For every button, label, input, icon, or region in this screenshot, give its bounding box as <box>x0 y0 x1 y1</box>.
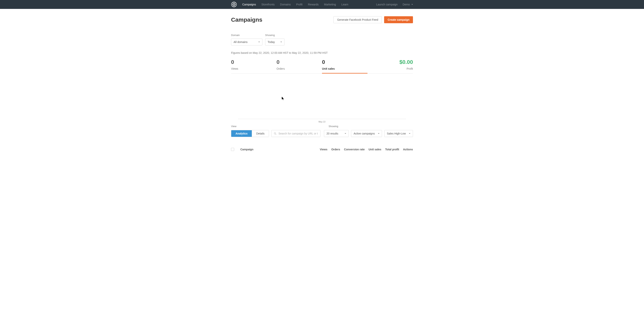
sort-select[interactable]: Sales High-Low <box>384 130 413 137</box>
th-campaign: Campaign <box>240 148 320 151</box>
showing-label: Showing <box>328 125 338 128</box>
campaign-search-input[interactable] <box>278 132 318 135</box>
stat-profit-value: $0.00 <box>368 59 413 65</box>
stat-tab-unit-sales[interactable]: 0 Unit sales <box>322 59 368 74</box>
domain-filter-label: Domain <box>231 34 262 36</box>
results-per-page-value: 20 results <box>326 132 338 135</box>
campaign-status-value: Active campaigns <box>354 132 375 135</box>
campaigns-table-header: Campaign Views Orders Conversion rate Un… <box>231 148 413 153</box>
search-icon <box>274 132 276 135</box>
stat-profit-label: Profit <box>368 67 413 70</box>
svg-line-5 <box>276 134 276 135</box>
nav-domains[interactable]: Domains <box>280 3 291 6</box>
stat-tab-orders[interactable]: 0 Orders <box>276 59 322 73</box>
chevron-down-icon <box>258 42 260 42</box>
results-per-page-select[interactable]: 20 results <box>324 130 349 137</box>
nav-marketing[interactable]: Marketing <box>324 3 336 6</box>
generate-facebook-feed-button[interactable]: Generate Facebook Product Feed <box>334 16 382 23</box>
chevron-down-icon <box>345 133 346 134</box>
stat-tab-views[interactable]: 0 Views <box>231 59 276 73</box>
chevron-down-icon <box>409 133 410 134</box>
stat-orders-value: 0 <box>276 59 322 65</box>
showing-filter-label: Showing <box>265 34 284 36</box>
view-label: View <box>231 125 236 128</box>
nav-learn[interactable]: Learn <box>341 3 348 6</box>
stat-views-label: Views <box>231 67 276 70</box>
chevron-down-icon <box>280 42 282 42</box>
brand-logo[interactable] <box>231 2 237 7</box>
campaign-status-select[interactable]: Active campaigns <box>351 130 382 137</box>
page-title: Campaigns <box>231 16 262 23</box>
stat-unit-sales-value: 0 <box>322 59 368 65</box>
stat-orders-label: Orders <box>276 67 322 70</box>
chart-baseline <box>238 119 406 119</box>
th-views: Views <box>320 148 328 151</box>
domain-select[interactable]: All domains <box>231 38 262 46</box>
top-navbar: Campaigns Storefronts Domains Profit Rew… <box>0 0 644 9</box>
create-campaign-button[interactable]: Create campaign <box>384 16 413 23</box>
th-unit-sales: Unit sales <box>368 148 381 151</box>
figures-timerange-note: Figures based on May 22, 2020, 12:00 AM … <box>231 51 413 54</box>
nav-campaigns[interactable]: Campaigns <box>242 3 256 6</box>
view-details-button[interactable]: Details <box>252 130 269 137</box>
select-all-checkbox[interactable] <box>231 148 234 151</box>
th-actions: Actions <box>403 148 413 151</box>
nav-profit[interactable]: Profit <box>296 3 303 6</box>
svg-point-4 <box>274 132 276 134</box>
sort-value: Sales High-Low <box>387 132 406 135</box>
showing-select[interactable]: Today <box>265 38 284 46</box>
nav-rewards[interactable]: Rewards <box>308 3 318 6</box>
chart-x-label: May 22 <box>318 120 326 123</box>
launch-campaign-link[interactable]: Launch campaign <box>376 3 398 6</box>
th-conversion-rate: Conversion rate <box>344 148 365 151</box>
user-menu[interactable]: Demo <box>403 3 413 6</box>
stat-views-value: 0 <box>231 59 276 65</box>
campaign-search-box[interactable] <box>271 130 320 137</box>
showing-select-value: Today <box>268 40 275 44</box>
stat-tab-profit[interactable]: $0.00 Profit <box>368 59 413 73</box>
chevron-down-icon <box>412 4 413 5</box>
view-segmented-control: Analytics Details <box>231 130 269 137</box>
chart-area: May 22 <box>231 74 413 123</box>
chevron-down-icon <box>378 133 380 134</box>
user-name: Demo <box>403 3 410 6</box>
nav-storefronts[interactable]: Storefronts <box>262 3 274 6</box>
th-total-profit: Total profit <box>385 148 399 151</box>
th-orders: Orders <box>331 148 340 151</box>
domain-select-value: All domains <box>234 40 248 44</box>
stat-unit-sales-label: Unit sales <box>322 67 368 70</box>
view-analytics-button[interactable]: Analytics <box>231 130 252 137</box>
